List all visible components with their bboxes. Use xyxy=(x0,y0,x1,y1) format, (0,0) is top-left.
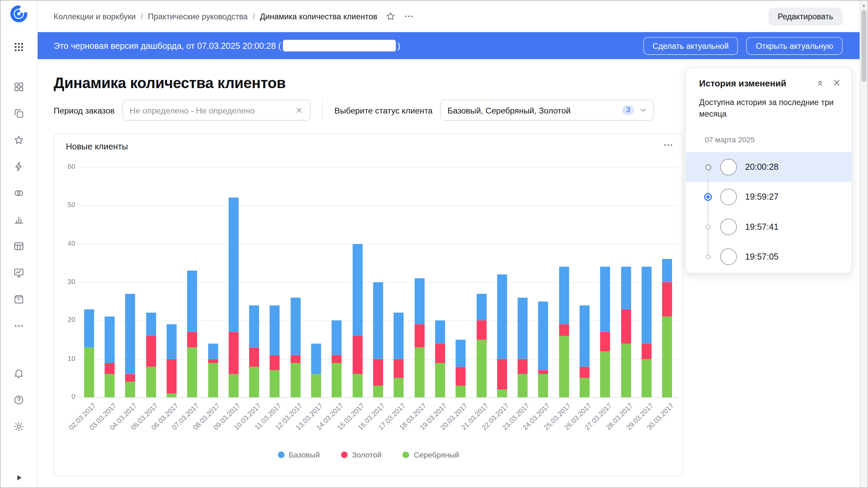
sidebar-item-more[interactable] xyxy=(8,315,30,337)
legend-item-Серебряный[interactable]: Серебряный xyxy=(402,450,459,459)
sidebar-item-settings[interactable] xyxy=(8,415,30,438)
scrollbar-thumb[interactable] xyxy=(861,10,866,82)
bar-05.03.2017[interactable] xyxy=(146,167,156,397)
bar-14.03.2017[interactable] xyxy=(332,167,342,397)
close-icon[interactable] xyxy=(832,78,842,87)
bar-16.03.2017[interactable] xyxy=(373,167,383,397)
bar-09.03.2017[interactable] xyxy=(229,167,238,397)
history-time: 20:00:28 xyxy=(745,162,779,172)
sidebar-item-apps-menu[interactable] xyxy=(8,36,30,58)
bar-segment-Базовый xyxy=(208,344,218,359)
bar-13.03.2017[interactable] xyxy=(311,167,321,397)
bar-23.03.2017[interactable] xyxy=(518,167,528,397)
bar-07.03.2017[interactable] xyxy=(187,167,197,397)
bar-segment-Серебряный xyxy=(105,374,115,397)
gear-icon xyxy=(13,421,24,432)
star-icon xyxy=(13,135,24,146)
sidebar-item-favorites[interactable] xyxy=(8,129,30,151)
period-filter-input[interactable]: Не определено - Не определено xyxy=(122,100,311,121)
bar-29.03.2017[interactable] xyxy=(642,167,651,397)
history-entry[interactable]: 19:57:41 xyxy=(686,212,851,242)
bar-segment-Базовый xyxy=(559,267,569,324)
chevron-down-icon[interactable] xyxy=(639,106,648,115)
bar-11.03.2017[interactable] xyxy=(270,167,280,397)
history-entry[interactable]: 19:57:05 xyxy=(686,242,851,271)
bar-segment-Золотой xyxy=(497,359,507,390)
bar-18.03.2017[interactable] xyxy=(414,167,424,397)
bar-19.03.2017[interactable] xyxy=(435,167,445,397)
page-title: Динамика количества клиентов xyxy=(54,75,285,92)
y-axis-label: 30 xyxy=(57,278,76,286)
chart-icon xyxy=(13,214,24,225)
bar-21.03.2017[interactable] xyxy=(476,167,486,397)
bar-segment-Базовый xyxy=(353,244,362,336)
bar-10.03.2017[interactable] xyxy=(249,167,259,397)
bar-segment-Серебряный xyxy=(497,390,507,398)
more-actions-icon[interactable] xyxy=(403,11,414,22)
play-icon xyxy=(15,474,23,484)
page-scrollbar[interactable]: ▲ xyxy=(860,1,868,488)
bar-15.03.2017[interactable] xyxy=(353,167,362,397)
bar-04.03.2017[interactable] xyxy=(125,167,135,397)
bar-segment-Базовый xyxy=(373,282,383,359)
sidebar-item-datasets[interactable] xyxy=(8,182,30,204)
y-axis-label: 50 xyxy=(57,201,76,209)
bar-segment-Серебряный xyxy=(580,378,590,398)
history-time: 19:57:05 xyxy=(745,252,779,262)
bar-segment-Серебряный xyxy=(394,378,403,398)
bar-segment-Золотой xyxy=(435,344,445,363)
chart-menu-icon[interactable] xyxy=(663,139,674,152)
sidebar-item-collections[interactable] xyxy=(8,102,30,124)
bar-22.03.2017[interactable] xyxy=(497,167,507,397)
history-entry[interactable]: 20:00:28 xyxy=(686,152,851,182)
bar-segment-Базовый xyxy=(600,267,610,332)
sidebar-item-dashboards[interactable] xyxy=(8,76,30,98)
collapse-icon[interactable] xyxy=(815,78,825,87)
bar-20.03.2017[interactable] xyxy=(456,167,466,397)
sidebar-item-connections[interactable] xyxy=(8,156,30,178)
sidebar-top-group xyxy=(8,1,30,58)
y-axis-label: 0 xyxy=(57,393,76,401)
bar-segment-Серебряный xyxy=(166,393,176,397)
bar-27.03.2017[interactable] xyxy=(600,167,610,397)
open-actual-button[interactable]: Открыть актуальную xyxy=(746,37,843,55)
sidebar-item-help[interactable] xyxy=(8,389,30,411)
favorite-star-icon[interactable] xyxy=(385,11,396,22)
bar-28.03.2017[interactable] xyxy=(621,167,631,397)
legend-item-Золотой[interactable]: Золотой xyxy=(341,450,381,459)
sidebar-item-monitoring[interactable] xyxy=(8,262,30,284)
scrollbar-up-arrow[interactable]: ▲ xyxy=(860,2,867,9)
legend-item-Базовый[interactable]: Базовый xyxy=(278,450,320,459)
status-filter-select[interactable]: Базовый, Серебряный, Золотой 3 xyxy=(440,100,654,121)
make-actual-button[interactable]: Сделать актуальной xyxy=(643,37,738,55)
sidebar-item-logo[interactable] xyxy=(8,3,30,25)
bar-03.03.2017[interactable] xyxy=(105,167,115,397)
y-axis-label: 40 xyxy=(57,239,76,247)
bar-08.03.2017[interactable] xyxy=(208,167,218,397)
bar-24.03.2017[interactable] xyxy=(538,167,548,397)
sidebar-expand-button[interactable] xyxy=(1,474,38,484)
bar-02.03.2017[interactable] xyxy=(84,167,94,397)
bar-segment-Золотой xyxy=(621,309,631,344)
sidebar-item-notifications[interactable] xyxy=(8,362,30,384)
sidebar-nav-group xyxy=(8,76,30,337)
sidebar-item-charts[interactable] xyxy=(8,209,30,231)
bar-segment-Серебряный xyxy=(229,374,238,397)
sidebar-item-tables[interactable] xyxy=(8,235,30,257)
y-axis-label: 10 xyxy=(57,354,76,362)
edit-button[interactable]: Редактировать xyxy=(768,7,843,25)
datalens-logo-icon xyxy=(9,4,28,23)
sidebar-item-storage[interactable] xyxy=(8,288,30,310)
clear-icon[interactable] xyxy=(295,106,303,114)
bar-30.03.2017[interactable] xyxy=(662,167,672,397)
bar-17.03.2017[interactable] xyxy=(394,167,403,397)
breadcrumb-item[interactable]: Практические руководства xyxy=(148,12,248,21)
breadcrumb-item[interactable]: Коллекции и воркбуки xyxy=(54,12,136,21)
bar-06.03.2017[interactable] xyxy=(166,167,176,397)
bar-25.03.2017[interactable] xyxy=(559,167,569,397)
bar-12.03.2017[interactable] xyxy=(291,167,300,397)
history-entry[interactable]: 19:59:27 xyxy=(686,182,851,212)
breadcrumb-item[interactable]: Динамика количества клиентов xyxy=(260,12,377,21)
bar-26.03.2017[interactable] xyxy=(580,167,590,397)
gridline xyxy=(79,397,678,398)
